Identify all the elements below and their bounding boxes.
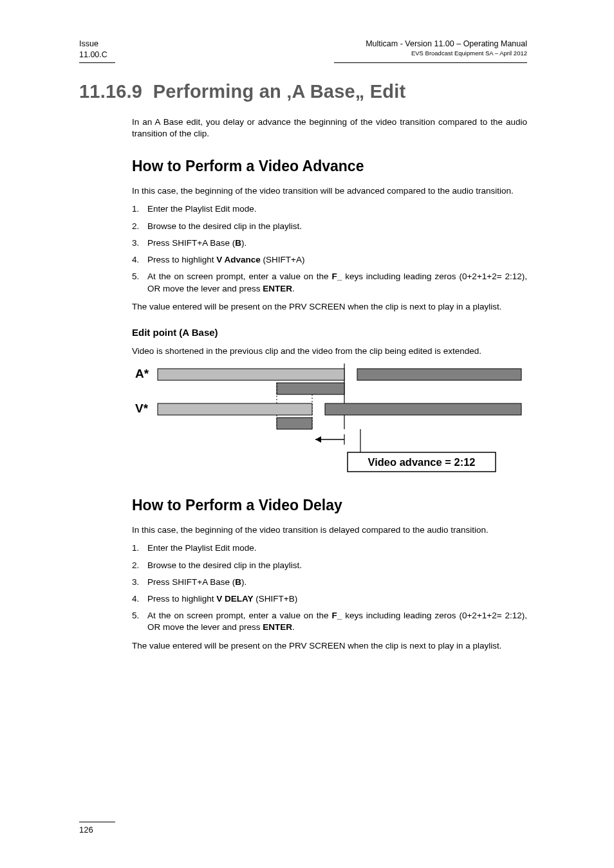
advance-step-4: 4.Press to highlight V Advance (SHIFT+A)	[132, 254, 527, 266]
diagram-svg: A* V* Video advance =	[132, 364, 525, 476]
header-company: EVS Broadcast Equipment SA – April 2012	[366, 50, 527, 58]
step-number: 5.	[132, 610, 139, 622]
delay-outro: The value entered will be present on the…	[132, 640, 527, 652]
delay-intro: In this case, the beginning of the video…	[132, 524, 527, 536]
step-text: Press SHIFT+A Base (	[147, 577, 235, 587]
step-number: 3.	[132, 577, 139, 588]
step-text-post: ).	[241, 577, 247, 587]
video-advance-diagram: A* V* Video advance =	[132, 364, 527, 479]
step-text-post: ).	[241, 238, 247, 248]
header-issue-label: Issue	[79, 39, 107, 50]
step-text-post: (SHIFT+A)	[261, 255, 305, 264]
step-bold: V Advance	[216, 255, 261, 264]
header-rule-left	[79, 62, 115, 63]
delay-step-1: 1.Enter the Playlist Edit mode.	[132, 542, 527, 554]
step-text: Press SHIFT+A Base (	[147, 238, 235, 248]
svg-rect-7	[325, 403, 521, 415]
editpoint-text: Video is shortened in the previous clip …	[132, 346, 527, 357]
step-text: Browse to the desired clip in the playli…	[147, 560, 302, 570]
step-text: Browse to the desired clip in the playli…	[147, 221, 302, 231]
advance-outro: The value entered will be present on the…	[132, 301, 527, 313]
header-right: Multicam - Version 11.00 – Operating Man…	[366, 39, 527, 60]
step-number: 4.	[132, 593, 139, 605]
section-title: Performing an ‚A Base„ Edit	[153, 81, 406, 102]
diagram-v-label: V*	[135, 402, 149, 415]
footer-rule	[79, 822, 115, 822]
advance-steps: 1.Enter the Playlist Edit mode. 2.Browse…	[132, 203, 527, 294]
editpoint-heading: Edit point (A Base)	[132, 327, 527, 338]
step-text: Press to highlight	[147, 594, 216, 604]
step-bold2: ENTER	[263, 284, 292, 293]
delay-step-5: 5.At the on screen prompt, enter a value…	[132, 610, 527, 633]
document-page: Issue 11.00.C Multicam - Version 11.00 –…	[0, 0, 614, 868]
step-bold: F_	[331, 611, 342, 620]
section-heading: 11.16.9 Performing an ‚A Base„ Edit	[79, 81, 527, 102]
step-text-post2: .	[292, 284, 295, 293]
step-text: At the on screen prompt, enter a value o…	[147, 272, 331, 281]
svg-rect-8	[277, 418, 312, 429]
page-header: Issue 11.00.C Multicam - Version 11.00 –…	[79, 39, 527, 60]
delay-step-4: 4.Press to highlight V DELAY (SHIFT+B)	[132, 593, 527, 605]
svg-rect-3	[277, 383, 344, 394]
body: In an A Base edit, you delay or advance …	[132, 116, 527, 652]
step-text-post2: .	[292, 622, 295, 632]
diagram-a-label: A*	[135, 367, 149, 380]
step-bold: V DELAY	[216, 594, 253, 604]
header-issue-value: 11.00.C	[79, 50, 107, 60]
step-bold2: ENTER	[263, 622, 292, 632]
step-number: 5.	[132, 271, 139, 282]
step-text: Enter the Playlist Edit mode.	[147, 204, 257, 214]
advance-step-5: 5.At the on screen prompt, enter a value…	[132, 271, 527, 294]
step-bold: B	[235, 577, 241, 587]
delay-step-2: 2.Browse to the desired clip in the play…	[132, 560, 527, 571]
step-number: 1.	[132, 542, 139, 554]
step-bold: F_	[331, 272, 342, 281]
delay-steps: 1.Enter the Playlist Edit mode. 2.Browse…	[132, 542, 527, 633]
diagram-caption: Video advance = 2:12	[367, 456, 475, 468]
header-rules	[79, 62, 527, 63]
section-number: 11.16.9	[79, 81, 142, 102]
page-number: 126	[79, 825, 93, 835]
delay-step-3: 3.Press SHIFT+A Base (B).	[132, 577, 527, 588]
svg-marker-10	[315, 436, 321, 443]
step-number: 2.	[132, 221, 139, 232]
step-text: Enter the Playlist Edit mode.	[147, 543, 257, 553]
header-product: Multicam - Version 11.00 – Operating Man…	[366, 39, 527, 50]
advance-intro: In this case, the beginning of the video…	[132, 185, 527, 197]
step-text: Press to highlight	[147, 255, 216, 264]
step-number: 3.	[132, 237, 139, 249]
svg-rect-6	[158, 403, 312, 415]
step-number: 4.	[132, 254, 139, 266]
header-rule-right	[334, 62, 527, 63]
step-bold: B	[235, 238, 241, 248]
advance-step-3: 3.Press SHIFT+A Base (B).	[132, 237, 527, 249]
advance-step-2: 2.Browse to the desired clip in the play…	[132, 221, 527, 232]
delay-heading: How to Perform a Video Delay	[132, 497, 527, 514]
step-number: 2.	[132, 560, 139, 571]
intro-paragraph: In an A Base edit, you delay or advance …	[132, 116, 527, 140]
header-left: Issue 11.00.C	[79, 39, 107, 60]
advance-step-1: 1.Enter the Playlist Edit mode.	[132, 203, 527, 215]
svg-rect-2	[357, 369, 521, 380]
svg-rect-1	[158, 369, 344, 380]
step-text: At the on screen prompt, enter a value o…	[147, 611, 331, 620]
step-text-post: (SHIFT+B)	[254, 594, 298, 604]
step-number: 1.	[132, 203, 139, 215]
advance-heading: How to Perform a Video Advance	[132, 158, 527, 175]
